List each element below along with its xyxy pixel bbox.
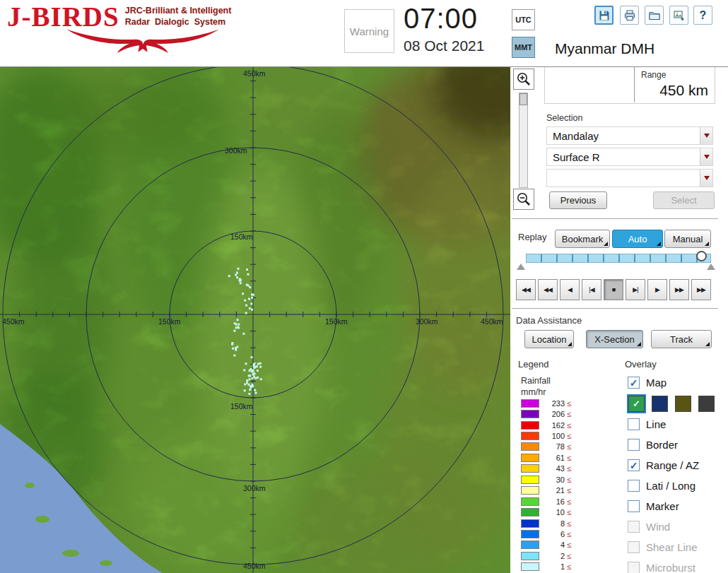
step-back-button[interactable]: |◀ (582, 279, 601, 300)
legend-color-swatch (521, 464, 539, 473)
manual-mode-button[interactable]: Manual (664, 230, 711, 248)
skip-last-button[interactable]: ▶▶ (691, 279, 711, 300)
legend-row: 21≤ (521, 485, 571, 496)
dropdown-arrow-button[interactable] (700, 148, 712, 165)
checkbox[interactable] (628, 418, 640, 430)
stop-button[interactable]: ■ (604, 279, 623, 300)
open-folder-button[interactable] (645, 6, 664, 25)
station-dropdown[interactable]: Mandalay (546, 126, 713, 145)
timeline-end-marker[interactable] (707, 264, 715, 270)
logo-subtitle-line2: Radar Dialogic System (125, 16, 232, 28)
help-button[interactable]: ? (693, 6, 712, 25)
lte-symbol: ≤ (567, 486, 571, 495)
timeline-start-marker[interactable] (517, 264, 525, 270)
legend-value: 4 (544, 540, 565, 549)
x-section-button[interactable]: X-Section (586, 330, 643, 348)
legend-color-swatch (521, 497, 539, 506)
legend-color-swatch (521, 486, 539, 495)
mmt-button[interactable]: MMT (512, 37, 535, 58)
checkbox (628, 541, 640, 553)
overlay-item-lati-long[interactable]: Lati / Long (628, 475, 722, 496)
zoom-out-icon (516, 191, 532, 207)
product-dropdown-value: Surface R (547, 151, 700, 163)
replay-timeline-slider[interactable] (526, 254, 711, 263)
legend-unit-line1: Rainfall (521, 376, 551, 386)
legend-row: 30≤ (521, 474, 571, 485)
chevron-down-icon (704, 134, 710, 138)
legend-row: 78≤ (521, 442, 571, 452)
legend-row: 61≤ (521, 452, 571, 463)
legend-color-swatch (521, 399, 539, 408)
option-dropdown[interactable] (546, 169, 713, 187)
checkbox[interactable]: ✓ (628, 459, 640, 471)
save-button[interactable] (594, 6, 613, 25)
fast-forward-button[interactable]: ▶▶ (669, 279, 689, 300)
map-color-swatches: ✓ (628, 393, 722, 414)
legend-color-swatch (521, 552, 539, 560)
legend-color-swatch (521, 454, 539, 462)
lte-symbol: ≤ (567, 497, 571, 506)
overlay-item-border[interactable]: Border (628, 435, 722, 455)
export-image-button[interactable] (669, 6, 688, 25)
track-button[interactable]: Track (651, 330, 712, 348)
lte-symbol: ≤ (567, 530, 571, 538)
legend-row: 100≤ (521, 430, 571, 441)
logo-subtitle: JRC-Brilliant & Intelligent Radar Dialog… (125, 3, 232, 28)
zoom-slider-track[interactable] (519, 93, 528, 188)
overlay-item-shear-line: Shear Line (628, 537, 722, 557)
legend-row: 10≤ (521, 507, 571, 517)
legend-value: 43 (544, 464, 565, 473)
legend-color-swatch (521, 410, 539, 418)
folder-icon (648, 9, 661, 22)
map-color-swatch[interactable] (675, 396, 691, 412)
bookmark-button[interactable]: Bookmark (555, 230, 610, 248)
legend-value: 162 (544, 421, 565, 430)
radar-map-display[interactable]: 450km300km150km150km300km450km450km150km… (0, 67, 510, 573)
checkbox[interactable]: ✓ (628, 377, 640, 389)
map-color-swatch[interactable] (652, 396, 668, 412)
dropdown-arrow-button[interactable] (700, 170, 712, 187)
play-button[interactable]: ▶ (647, 279, 667, 300)
range-label: Range (641, 70, 666, 80)
legend-color-swatch (521, 530, 539, 538)
product-dropdown[interactable]: Surface R (546, 148, 713, 166)
timeline-position-thumb[interactable] (696, 251, 707, 261)
map-color-swatch[interactable] (698, 396, 715, 412)
range-divider (634, 67, 635, 102)
chevron-down-icon (704, 155, 710, 159)
checkbox[interactable] (628, 439, 640, 451)
overlay-item-label: Border (646, 439, 678, 451)
overlay-item-map[interactable]: ✓Map (628, 372, 722, 393)
selection-label: Selection (546, 113, 582, 123)
skip-first-button[interactable]: ◀◀ (516, 279, 536, 300)
utc-button[interactable]: UTC (512, 9, 535, 30)
save-icon (598, 9, 611, 22)
dropdown-arrow-button[interactable] (700, 127, 712, 144)
station-name: Myanmar DMH (555, 40, 654, 57)
lte-symbol: ≤ (567, 399, 571, 408)
print-button[interactable] (620, 6, 639, 25)
overlay-item-marker[interactable]: Marker (628, 496, 722, 516)
overlay-item-microburst: Microburst (628, 557, 722, 573)
zoom-in-button[interactable] (513, 69, 534, 90)
fast-rewind-button[interactable]: ◀◀ (538, 279, 558, 300)
zoom-slider-thumb[interactable] (519, 93, 527, 105)
checkbox[interactable] (628, 500, 640, 512)
checkbox[interactable] (628, 480, 640, 492)
terrain-map (0, 67, 510, 573)
legend-value: 61 (544, 454, 565, 462)
overlay-item-label: Range / AZ (646, 459, 699, 471)
zoom-out-button[interactable] (513, 189, 534, 210)
location-button[interactable]: Location (524, 330, 574, 348)
overlay-item-line[interactable]: Line (628, 414, 722, 435)
legend-value: 233 (544, 399, 565, 408)
legend-row: 2≤ (521, 550, 571, 561)
auto-mode-button[interactable]: Auto (612, 230, 663, 248)
overlay-item-range-az[interactable]: ✓Range / AZ (628, 455, 722, 475)
select-button[interactable]: Select (653, 191, 715, 209)
map-color-swatch[interactable]: ✓ (628, 396, 645, 412)
step-forward-button[interactable]: ▶| (626, 279, 645, 300)
legend-scale: 233≤206≤162≤100≤78≤61≤43≤30≤21≤16≤10≤8≤6… (521, 398, 571, 572)
previous-button[interactable]: Previous (549, 191, 607, 209)
reverse-play-button[interactable]: ◀ (560, 279, 580, 300)
